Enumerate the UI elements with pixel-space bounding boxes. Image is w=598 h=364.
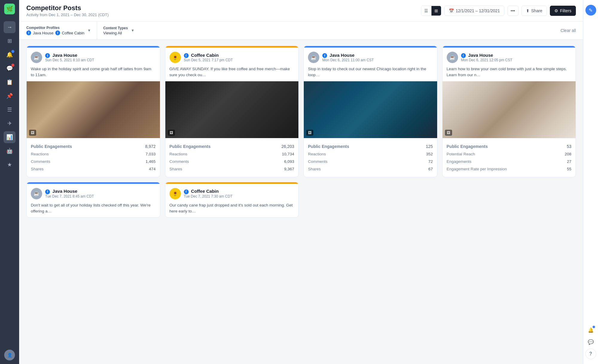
compose-button[interactable]: ✎ bbox=[585, 5, 596, 16]
image-type-badge-4: 🖼 bbox=[445, 130, 452, 136]
facebook-icon-3: f bbox=[322, 53, 327, 58]
star-icon: ★ bbox=[7, 161, 12, 168]
stat-value-4: 53 bbox=[567, 144, 571, 149]
comments-value: 1,465 bbox=[146, 159, 156, 164]
shares-label: Shares bbox=[31, 167, 44, 171]
post-text-5: Don't wait to get all of your holiday li… bbox=[31, 202, 156, 215]
brand-avatar-jh-2: ☕ bbox=[308, 52, 319, 63]
facebook-icon-4: f bbox=[461, 53, 466, 58]
stat-engagements: Engagements 27 bbox=[447, 158, 572, 165]
stat-public-engagements-4: Public Engagements 53 bbox=[447, 143, 572, 150]
post-text-3: Stop in today to check out our newest Ch… bbox=[308, 66, 433, 78]
filter-value-types: Viewing All bbox=[103, 31, 128, 35]
stat-label-2: Public Engagements bbox=[170, 144, 211, 149]
grid-icon: ⊞ bbox=[434, 8, 438, 13]
more-options-button[interactable]: ••• bbox=[507, 6, 518, 16]
sidebar-item-layers[interactable]: ⊞ bbox=[4, 35, 16, 47]
filters-button[interactable]: ⚙ Filters bbox=[550, 6, 576, 16]
main-content: Competitor Posts Activity from Dec 1, 20… bbox=[19, 0, 583, 364]
post-card-3: ☕ f Java House Mon Dec 6, 2021 11:00 am … bbox=[303, 46, 437, 177]
grid-view-button[interactable]: ⊞ bbox=[431, 6, 441, 16]
comments-value-2: 6,093 bbox=[284, 159, 294, 164]
filter-info-types: Content Types Viewing All bbox=[103, 26, 128, 35]
shares-value-2: 9,367 bbox=[284, 167, 294, 171]
compose-icon: ✎ bbox=[589, 7, 593, 13]
calendar-icon: 📋 bbox=[6, 79, 13, 85]
post-card-2: 🌻 f Coffee Cabin Sun Dec 5, 2021 7:17 pm… bbox=[165, 46, 299, 177]
filter-icon: ⚙ bbox=[554, 8, 558, 13]
ellipsis-icon: ••• bbox=[511, 8, 515, 13]
card-header-2: 🌻 f Coffee Cabin Sun Dec 5, 2021 7:17 pm… bbox=[165, 48, 299, 66]
stat-engagement-rate: Engagement Rate per Impression 55 bbox=[447, 165, 572, 173]
facebook-icon-jh: f bbox=[26, 30, 31, 35]
comments-value-3: 72 bbox=[428, 159, 433, 164]
page-subtitle: Activity from Dec 1, 2021 – Dec 30, 2021… bbox=[26, 13, 109, 17]
help-icon-right: ? bbox=[589, 351, 592, 357]
right-help-icon[interactable]: ? bbox=[585, 348, 596, 359]
sidebar-item-bell[interactable]: 🔔 bbox=[4, 49, 16, 61]
sidebar-item-robot[interactable]: 🤖 bbox=[4, 145, 16, 157]
card-stats-3: Public Engagements 125 Reactions 352 Com… bbox=[304, 138, 437, 177]
right-chat-icon[interactable]: 💬 bbox=[585, 337, 596, 347]
sidebar-item-calendar[interactable]: 📋 bbox=[4, 76, 16, 88]
facebook-icon-6: f bbox=[184, 189, 189, 194]
brand-info-3: f Java House Mon Dec 6, 2021 11:00 am CS… bbox=[322, 53, 374, 62]
header-actions: ☰ ⊞ 📅 12/1/2021 – 12/31/2021 ••• ⬆ Share… bbox=[421, 6, 576, 16]
clear-all-button[interactable]: Clear all bbox=[561, 28, 576, 33]
post-date-3: Mon Dec 6, 2021 11:00 am CST bbox=[322, 58, 374, 62]
right-notification-icon[interactable]: 🔔 bbox=[585, 325, 596, 335]
sidebar-item-list[interactable]: ☰ bbox=[4, 104, 16, 116]
robot-icon: 🤖 bbox=[6, 148, 13, 154]
sidebar-item-arrow[interactable]: → bbox=[4, 21, 16, 33]
coffee-cabin-label: Coffee Cabin bbox=[62, 31, 85, 35]
content-types-filter[interactable]: Content Types Viewing All ▼ bbox=[97, 22, 140, 39]
comments-label-2: Comments bbox=[170, 159, 189, 164]
user-avatar[interactable]: 👤 bbox=[4, 350, 15, 360]
shares-value: 474 bbox=[149, 167, 156, 171]
sidebar-item-chart[interactable]: 📊 bbox=[4, 131, 16, 143]
list-view-button[interactable]: ☰ bbox=[421, 6, 431, 16]
potential-reach-value: 208 bbox=[565, 152, 571, 156]
sidebar-item-star[interactable]: ★ bbox=[4, 159, 16, 171]
brand-name-6: f Coffee Cabin bbox=[184, 189, 233, 194]
post-image-3: 🖼 bbox=[304, 81, 437, 138]
card-header-5: ☕ f Java House Tue Dec 7, 2021 8:45 am C… bbox=[27, 184, 160, 202]
brand-name: f Java House bbox=[45, 53, 94, 58]
stat-label-3: Public Engagements bbox=[308, 144, 349, 149]
chart-icon: 📊 bbox=[6, 134, 13, 140]
stat-comments-2: Comments 6,093 bbox=[170, 158, 295, 165]
card-body-3: Stop in today to check out our newest Ch… bbox=[304, 66, 437, 81]
facebook-icon-cc: f bbox=[55, 30, 60, 35]
shares-value-3: 67 bbox=[428, 167, 433, 171]
stat-shares-2: Shares 9,367 bbox=[170, 165, 295, 173]
post-date-4: Mon Dec 6, 2021 12:05 pm CST bbox=[461, 58, 512, 62]
post-date: Sun Dec 5, 2021 8:10 am CDT bbox=[45, 58, 94, 62]
brand-info-2: f Coffee Cabin Sun Dec 5, 2021 7:17 pm C… bbox=[184, 53, 233, 62]
sidebar-item-send[interactable]: ✈ bbox=[4, 117, 16, 129]
comments-label-3: Comments bbox=[308, 159, 327, 164]
share-button[interactable]: ⬆ Share bbox=[521, 6, 547, 16]
reactions-value-3: 352 bbox=[426, 152, 433, 156]
card-body-4: Learn how to brew your own cold brew wit… bbox=[443, 66, 576, 81]
potential-reach-label: Potential Reach bbox=[447, 152, 475, 156]
sidebar-item-pin[interactable]: 📌 bbox=[4, 90, 16, 102]
sidebar-item-chat[interactable]: 💬 bbox=[4, 62, 16, 74]
card-stats-2: Public Engagements 26,203 Reactions 10,7… bbox=[165, 138, 299, 177]
date-range-label: 12/1/2021 – 12/31/2021 bbox=[456, 8, 500, 13]
card-body-1: Wake up in the holiday spirit and come g… bbox=[27, 66, 160, 81]
date-range-button[interactable]: 📅 12/1/2021 – 12/31/2021 bbox=[444, 6, 504, 16]
chevron-down-icon: ▼ bbox=[87, 28, 91, 33]
stat-reactions-3: Reactions 352 bbox=[308, 150, 433, 158]
chevron-down-icon-2: ▼ bbox=[131, 28, 135, 33]
image-type-badge-2: 🖼 bbox=[168, 130, 175, 136]
stat-shares-3: Shares 67 bbox=[308, 165, 433, 173]
competitor-profiles-filter[interactable]: Competitor Profiles f Java House f Coffe… bbox=[26, 22, 97, 39]
reactions-label-3: Reactions bbox=[308, 152, 326, 156]
reactions-value: 7,033 bbox=[146, 152, 156, 156]
page-header: Competitor Posts Activity from Dec 1, 20… bbox=[19, 0, 583, 22]
arrow-icon: → bbox=[7, 24, 12, 30]
card-body-6: Our candy cane frap just dropped and it'… bbox=[165, 202, 299, 218]
post-date-5: Tue Dec 7, 2021 8:45 am CDT bbox=[45, 194, 94, 198]
reactions-value-2: 10,734 bbox=[282, 152, 294, 156]
send-icon: ✈ bbox=[7, 120, 12, 127]
